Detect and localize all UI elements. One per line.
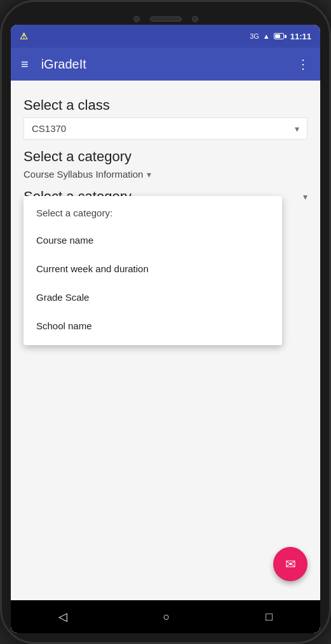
front-camera — [133, 16, 140, 22]
email-icon: ✉ — [285, 556, 296, 572]
dropdown-item-school-name[interactable]: School name — [24, 312, 282, 340]
dropdown-item-course-name[interactable]: Course name — [24, 226, 282, 254]
status-right: 3G ▲ 11:11 — [250, 32, 311, 41]
status-left: ⚠ — [20, 31, 28, 41]
category1-dropdown[interactable]: Course Syllabus Information ▾ — [24, 169, 307, 180]
status-bar: ⚠ 3G ▲ 11:11 — [11, 25, 320, 48]
popup-header: Select a category: — [24, 201, 282, 226]
battery-body — [274, 33, 284, 39]
class-dropdown-arrow: ▾ — [295, 124, 299, 134]
status-time: 11:11 — [290, 32, 311, 41]
warning-icon: ⚠ — [20, 31, 28, 41]
battery-fill — [275, 34, 280, 38]
select-category1-label: Select a category — [24, 148, 307, 165]
app-title: iGradeIt — [41, 57, 297, 72]
class-dropdown[interactable]: CS1370 ▾ — [24, 117, 307, 140]
fab-email-button[interactable]: ✉ — [273, 547, 307, 581]
main-content: Select a class CS1370 ▾ Select a categor… — [11, 81, 320, 600]
back-button[interactable]: ◁ — [46, 605, 80, 629]
dropdown-item-grade-scale[interactable]: Grade Scale — [24, 283, 282, 312]
sensor — [192, 16, 198, 22]
speaker — [150, 16, 182, 22]
class-dropdown-value: CS1370 — [32, 123, 66, 134]
phone-screen: ⚠ 3G ▲ 11:11 ≡ iGradeIt ⋮ S — [11, 25, 320, 633]
dropdown-popup: Select a category: Course name Current w… — [24, 196, 282, 345]
app-bar: ≡ iGradeIt ⋮ — [11, 48, 320, 81]
bottom-nav: ◁ ○ □ — [11, 600, 320, 633]
battery-icon — [274, 33, 287, 39]
battery-tip — [285, 35, 287, 38]
signal-icon: 3G — [250, 32, 259, 40]
select-class-label: Select a class — [24, 97, 307, 114]
category2-dropdown-arrow: ▾ — [303, 192, 307, 202]
phone-top-decorations — [11, 13, 320, 25]
dropdown-item-week-duration[interactable]: Current week and duration — [24, 254, 282, 283]
home-button[interactable]: ○ — [151, 605, 183, 629]
category1-dropdown-value: Course Syllabus Information — [24, 169, 143, 180]
more-options-icon[interactable]: ⋮ — [297, 56, 310, 72]
recent-button[interactable]: □ — [253, 605, 285, 629]
signal-bars: ▲ — [263, 32, 270, 40]
phone-frame: ⚠ 3G ▲ 11:11 ≡ iGradeIt ⋮ S — [0, 0, 331, 644]
category1-dropdown-arrow: ▾ — [147, 169, 151, 180]
menu-icon[interactable]: ≡ — [21, 58, 29, 70]
